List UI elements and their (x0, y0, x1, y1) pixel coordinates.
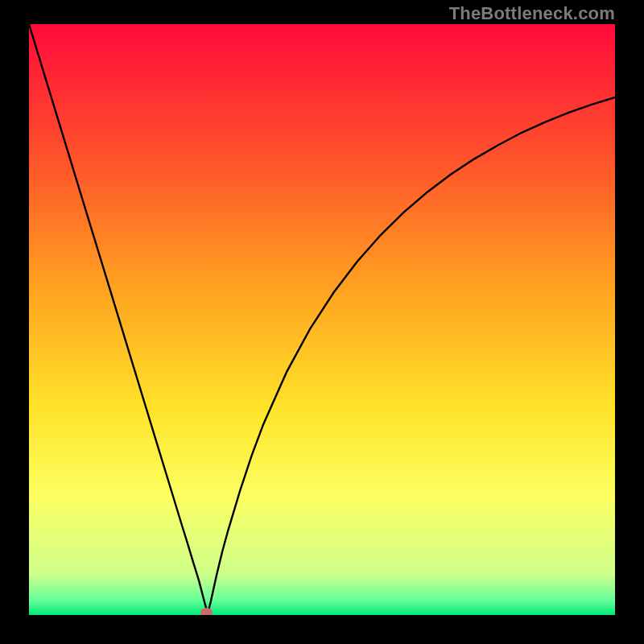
chart-frame: TheBottleneck.com (0, 0, 644, 644)
watermark-text: TheBottleneck.com (449, 3, 615, 24)
curve-minimum-marker (200, 608, 213, 615)
bottleneck-curve (29, 24, 615, 613)
curve-svg (29, 24, 615, 615)
plot-area (29, 24, 615, 615)
